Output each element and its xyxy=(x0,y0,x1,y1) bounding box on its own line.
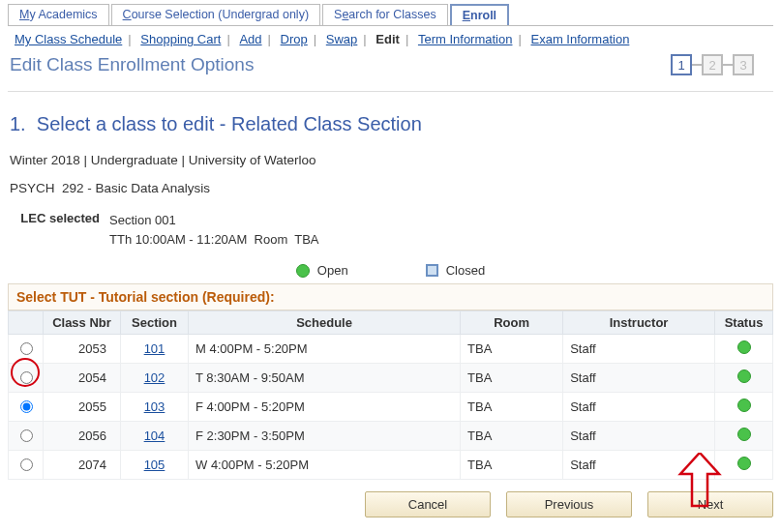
section-title: 1. Select a class to edit - Related Clas… xyxy=(10,113,773,135)
open-status-icon xyxy=(737,340,751,354)
tut-header-section: Section xyxy=(121,311,189,335)
step-1: 1 xyxy=(671,54,692,75)
table-row: 2053101M 4:00PM - 5:20PMTBAStaff xyxy=(9,335,773,364)
tut-header-class-nbr: Class Nbr xyxy=(44,311,121,335)
open-status-icon xyxy=(737,428,751,441)
table-row: 2054102T 8:30AM - 9:50AMTBAStaff xyxy=(9,364,773,393)
status-legend: Open Closed xyxy=(8,250,773,283)
open-status-icon xyxy=(296,264,310,278)
cell-class-nbr: 2074 xyxy=(44,451,121,480)
cell-class-nbr: 2055 xyxy=(44,393,121,422)
section-link[interactable]: 102 xyxy=(144,370,165,385)
tut-radio[interactable] xyxy=(20,458,33,471)
subnav-shopping-cart[interactable]: Shopping Cart xyxy=(140,32,221,46)
cell-instructor: Staff xyxy=(563,335,715,364)
term-line: Winter 2018 | Undergraduate | University… xyxy=(10,153,771,167)
tut-radio[interactable] xyxy=(20,429,33,442)
subnav-my-class-schedule[interactable]: My Class Schedule xyxy=(15,32,122,46)
table-row: 2055103F 4:00PM - 5:20PMTBAStaff xyxy=(9,393,773,422)
top-tabs: My Academics Course Selection (Undergrad… xyxy=(8,4,773,26)
cell-schedule: M 4:00PM - 5:20PM xyxy=(189,335,461,364)
action-buttons: Cancel Previous Next xyxy=(8,491,773,527)
subnav-exam-info[interactable]: Exam Information xyxy=(530,32,629,46)
section-link[interactable]: 104 xyxy=(144,429,165,443)
tut-radio[interactable] xyxy=(20,400,33,413)
cell-class-nbr: 2054 xyxy=(44,364,121,393)
cell-instructor: Staff xyxy=(563,364,715,393)
step-3: 3 xyxy=(733,54,754,75)
legend-closed-label: Closed xyxy=(446,263,485,278)
tut-header-status: Status xyxy=(715,311,773,335)
table-row: 2056104F 2:30PM - 3:50PMTBAStaff xyxy=(9,422,773,451)
tut-table-wrap: Select TUT - Tutorial section (Required)… xyxy=(8,283,773,480)
cell-instructor: Staff xyxy=(563,422,715,451)
cell-instructor: Staff xyxy=(563,451,715,480)
cell-schedule: F 4:00PM - 5:20PM xyxy=(189,393,461,422)
cell-class-nbr: 2053 xyxy=(44,335,121,364)
step-indicator: 1 2 3 xyxy=(671,54,754,75)
page-title: Edit Class Enrollment Options xyxy=(8,50,254,75)
cell-room: TBA xyxy=(461,393,563,422)
tut-header-instructor: Instructor xyxy=(563,311,715,335)
tab-enroll[interactable]: Enroll xyxy=(450,4,509,25)
section-link[interactable]: 101 xyxy=(144,341,165,356)
next-button[interactable]: Next xyxy=(647,491,773,517)
subnav-term-info[interactable]: Term Information xyxy=(418,32,513,46)
tut-radio[interactable] xyxy=(20,371,33,384)
cell-room: TBA xyxy=(461,451,563,480)
tab-search-classes[interactable]: Search for Classes xyxy=(322,4,448,25)
subnav-edit-current: Edit xyxy=(375,32,400,46)
lec-selected-row: LEC selected Section 001 TTh 10:00AM - 1… xyxy=(8,211,773,250)
cancel-button[interactable]: Cancel xyxy=(365,491,491,517)
subnav-swap[interactable]: Swap xyxy=(326,32,358,46)
lec-label: LEC selected xyxy=(8,211,109,250)
cell-room: TBA xyxy=(461,422,563,451)
tut-table: Class Nbr Section Schedule Room Instruct… xyxy=(8,310,773,480)
open-status-icon xyxy=(737,369,751,383)
cell-schedule: T 8:30AM - 9:50AM xyxy=(189,364,461,393)
tut-header-select xyxy=(9,311,44,335)
cell-class-nbr: 2056 xyxy=(44,422,121,451)
subnav-add[interactable]: Add xyxy=(239,32,261,46)
section-link[interactable]: 103 xyxy=(144,399,165,414)
closed-status-icon xyxy=(426,264,438,277)
table-row: 2074105W 4:00PM - 5:20PMTBAStaff xyxy=(9,451,773,480)
lec-schedule: TTh 10:00AM - 11:20AM Room TBA xyxy=(109,230,319,250)
open-status-icon xyxy=(737,399,751,412)
section-link[interactable]: 105 xyxy=(144,458,165,472)
tut-radio[interactable] xyxy=(20,342,33,355)
cell-room: TBA xyxy=(461,364,563,393)
tut-caption: Select TUT - Tutorial section (Required)… xyxy=(8,283,773,310)
tut-header-room: Room xyxy=(461,311,563,335)
legend-open-label: Open xyxy=(317,263,348,278)
tab-my-academics[interactable]: My Academics xyxy=(8,4,109,25)
tut-header-schedule: Schedule xyxy=(189,311,461,335)
cell-room: TBA xyxy=(461,335,563,364)
cell-instructor: Staff xyxy=(563,393,715,422)
enroll-subnav: My Class Schedule| Shopping Cart| Add| D… xyxy=(8,26,773,50)
open-status-icon xyxy=(737,457,751,470)
lec-section: Section 001 xyxy=(109,211,319,230)
course-line: PSYCH 292 - Basic Data Analysis xyxy=(10,181,771,195)
step-2: 2 xyxy=(702,54,723,75)
subnav-drop[interactable]: Drop xyxy=(281,32,308,46)
cell-schedule: F 2:30PM - 3:50PM xyxy=(189,422,461,451)
cell-schedule: W 4:00PM - 5:20PM xyxy=(189,451,461,480)
previous-button[interactable]: Previous xyxy=(506,491,632,517)
tab-course-selection[interactable]: Course Selection (Undergrad only) xyxy=(111,4,320,25)
